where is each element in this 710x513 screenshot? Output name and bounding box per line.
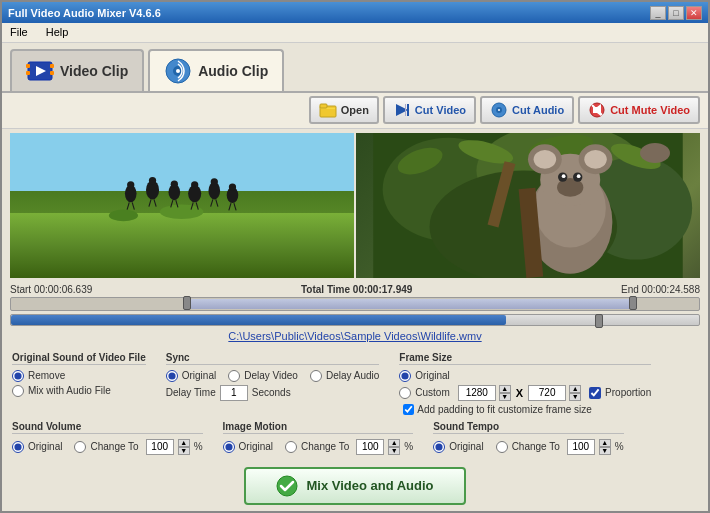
image-motion-value-input[interactable] [356,439,384,455]
frame-width-down[interactable]: ▼ [499,393,511,401]
seconds-label: Seconds [252,387,291,398]
tabs-area: Video Clip Audio Clip [2,43,708,93]
image-motion-change-radio[interactable] [285,441,297,453]
open-button[interactable]: Open [309,96,379,124]
image-motion-original-option[interactable]: Original [223,441,273,453]
padding-checkbox[interactable] [403,404,414,415]
frame-width-up[interactable]: ▲ [499,385,511,393]
image-motion-row: Original Change To ▲ ▼ % [223,439,414,455]
menu-help[interactable]: Help [42,25,73,39]
sound-tempo-change-radio[interactable] [496,441,508,453]
sound-mix-radio[interactable] [12,385,24,397]
sound-mix-label: Mix with Audio File [28,385,111,396]
sound-tempo-title: Sound Tempo [433,421,624,434]
sound-vol-original-radio[interactable] [12,441,24,453]
sound-vol-change-option[interactable]: Change To [74,441,138,453]
timeline-slider-top[interactable] [10,297,700,311]
sound-vol-unit: % [194,441,203,452]
frame-original-radio[interactable] [399,370,411,382]
svg-rect-3 [26,71,30,75]
tab-audio-clip[interactable]: Audio Clip [148,49,284,91]
image-motion-change-label: Change To [301,441,349,452]
sound-tempo-up[interactable]: ▲ [599,439,611,447]
cut-audio-icon [490,101,508,119]
sound-tempo-original-radio[interactable] [433,441,445,453]
svg-point-29 [191,181,198,188]
sound-tempo-change-option[interactable]: Change To [496,441,560,453]
cut-audio-button[interactable]: Cut Audio [480,96,574,124]
frame-height-input[interactable]: 720 [528,385,566,401]
frame-height-down[interactable]: ▼ [569,393,581,401]
svg-point-33 [229,184,236,191]
svg-point-23 [127,181,134,188]
svg-line-43 [216,199,218,206]
sound-remove-option[interactable]: Remove [12,370,146,382]
sync-original-option[interactable]: Original [166,370,216,382]
timeline-thumb2[interactable] [595,314,603,328]
sound-mix-option[interactable]: Mix with Audio File [12,385,146,397]
delay-time-row: Delay Time Seconds [166,385,380,401]
sync-delay-video-radio[interactable] [228,370,240,382]
proportion-checkbox[interactable] [589,387,601,399]
sound-remove-label: Remove [28,370,65,381]
padding-label: Add padding to fit customize frame size [417,404,592,415]
sync-delay-audio-radio[interactable] [310,370,322,382]
sound-vol-down[interactable]: ▼ [178,447,190,455]
controls-area: Original Sound of Video File Remove Mix … [2,346,708,461]
cut-video-icon [393,101,411,119]
frame-original-label: Original [415,370,449,381]
svg-point-61 [584,150,607,169]
proportion-option[interactable]: Proportion [589,387,651,399]
filepath[interactable]: C:\Users\Public\Videos\Sample Videos\Wil… [10,328,700,344]
sound-tempo-row: Original Change To ▲ ▼ % [433,439,624,455]
frame-custom-option[interactable]: Custom [399,387,449,399]
timeline-right-thumb[interactable] [629,296,637,310]
frame-width-spinner: ▲ ▼ [499,385,511,401]
timeline-left-thumb[interactable] [183,296,191,310]
svg-point-65 [562,174,566,178]
sound-remove-radio[interactable] [12,370,24,382]
image-motion-group: Image Motion Original Change To ▲ ▼ [223,421,414,455]
window-title: Full Video Audio Mixer V4.6.6 [8,7,161,19]
sync-delay-video-option[interactable]: Delay Video [228,370,298,382]
sound-vol-up[interactable]: ▲ [178,439,190,447]
birds-svg [44,150,319,223]
timeline-track[interactable] [10,314,700,326]
sync-options-row: Original Delay Video Delay Audio [166,370,380,382]
sound-tempo-down[interactable]: ▼ [599,447,611,455]
image-motion-original-label: Original [239,441,273,452]
sound-vol-change-radio[interactable] [74,441,86,453]
minimize-button[interactable]: _ [650,6,666,20]
image-motion-up[interactable]: ▲ [388,439,400,447]
cut-mute-video-button[interactable]: Cut Mute Video [578,96,700,124]
mix-video-audio-button[interactable]: Mix Video and Audio [244,467,465,505]
menu-file[interactable]: File [6,25,32,39]
cut-audio-label: Cut Audio [512,104,564,116]
frame-width-input[interactable]: 1280 [458,385,496,401]
sound-vol-original-option[interactable]: Original [12,441,62,453]
sound-tempo-original-option[interactable]: Original [433,441,483,453]
sync-original-radio[interactable] [166,370,178,382]
frame-size-title: Frame Size [399,352,651,365]
original-sound-title: Original Sound of Video File [12,352,146,365]
main-window: Full Video Audio Mixer V4.6.6 _ □ ✕ File… [0,0,710,513]
frame-height-up[interactable]: ▲ [569,385,581,393]
delay-time-input[interactable] [220,385,248,401]
sound-vol-value-input[interactable] [146,439,174,455]
image-motion-down[interactable]: ▼ [388,447,400,455]
sync-original-label: Original [182,370,216,381]
sound-tempo-value-input[interactable] [567,439,595,455]
sync-delay-audio-option[interactable]: Delay Audio [310,370,379,382]
svg-rect-13 [405,104,406,116]
image-motion-change-option[interactable]: Change To [285,441,349,453]
maximize-button[interactable]: □ [668,6,684,20]
cut-video-button[interactable]: Cut Video [383,96,476,124]
timeline-labels: Start 00:00:06.639 Total Time 00:00:17.9… [10,284,700,295]
close-button[interactable]: ✕ [686,6,702,20]
tab-video-clip[interactable]: Video Clip [10,49,144,91]
frame-x-separator: X [514,387,525,399]
frame-custom-radio[interactable] [399,387,411,399]
image-motion-original-radio[interactable] [223,441,235,453]
frame-original-option[interactable]: Original [399,370,651,382]
cut-mute-label: Cut Mute Video [610,104,690,116]
